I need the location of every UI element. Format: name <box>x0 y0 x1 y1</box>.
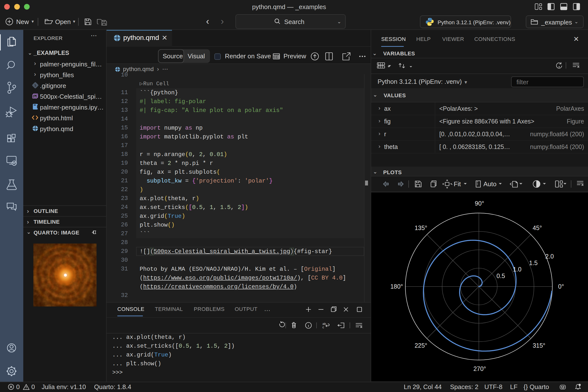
svg-text:1.0: 1.0 <box>513 266 522 273</box>
svg-text:0°: 0° <box>558 283 564 290</box>
svg-text:315°: 315° <box>533 342 545 349</box>
svg-text:0.5: 0.5 <box>496 272 505 279</box>
svg-text:1.5: 1.5 <box>529 260 538 266</box>
svg-text:225°: 225° <box>414 342 427 349</box>
svg-text:45°: 45° <box>533 224 542 231</box>
svg-text:180°: 180° <box>390 283 403 290</box>
svg-text:270°: 270° <box>473 365 486 372</box>
svg-text:90°: 90° <box>475 200 484 207</box>
svg-text:2.0: 2.0 <box>545 253 554 260</box>
svg-text:ab: ab <box>322 322 326 326</box>
svg-text:c: c <box>322 325 324 329</box>
svg-text:135°: 135° <box>414 224 427 231</box>
